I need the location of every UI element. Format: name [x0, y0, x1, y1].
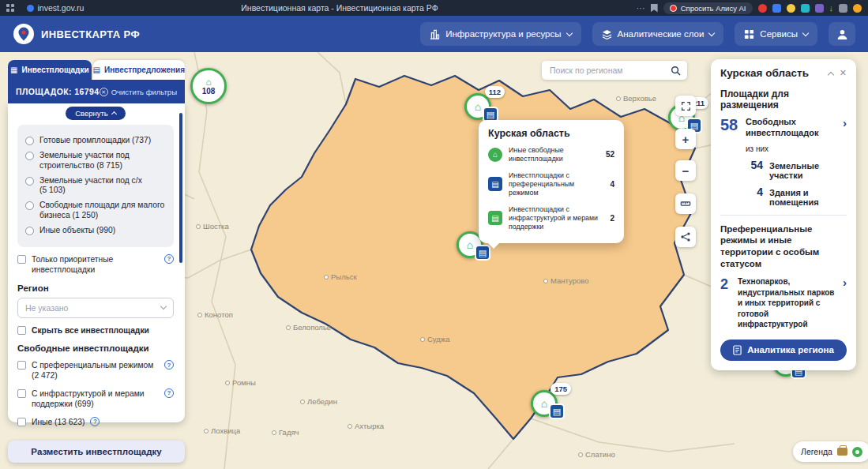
clear-filters-button[interactable]: ✕ Очистить фильтры [100, 88, 177, 96]
free-sites-stat[interactable]: 58 Свободных инвестплощадок › [720, 117, 847, 139]
radio-icon[interactable] [25, 152, 34, 160]
radio-icon[interactable] [25, 227, 34, 235]
checkbox-label: Иные (13 623) [32, 417, 85, 427]
radio-icon[interactable] [25, 177, 34, 186]
region-select[interactable]: Не указано [17, 298, 174, 318]
share-button[interactable] [675, 227, 696, 247]
chevron-down-icon [566, 29, 572, 36]
chevron-right-icon: › [843, 117, 847, 129]
zoom-in-button[interactable]: + [675, 129, 696, 149]
collapse-label: Свернуть [75, 109, 108, 118]
scrollbar-thumb[interactable] [179, 113, 182, 263]
extension-icon[interactable] [815, 4, 824, 13]
infrastructure-support-checkbox[interactable]: С инфраструктурой и мерами поддержки (69… [17, 388, 174, 410]
collapse-button[interactable]: Свернуть [66, 107, 126, 120]
tab-label: Инвестпредложения [104, 66, 185, 74]
info-icon[interactable]: ? [164, 360, 174, 370]
zoom-out-button[interactable]: − [675, 160, 696, 181]
popup-row[interactable]: ▤ Инвестплощадки с преференциальным режи… [488, 167, 614, 201]
download-icon[interactable]: ↓ [829, 4, 834, 13]
profile-avatar[interactable] [853, 4, 862, 13]
checkbox-label: С преференциальным режимом (2 472) [32, 360, 159, 381]
priority-checkbox[interactable]: Только приоритетные инвестплощадки ? [17, 254, 174, 276]
building-icon: ▤ [488, 177, 502, 191]
checkbox-icon[interactable] [17, 418, 26, 426]
puzzle-icon[interactable] [839, 4, 847, 13]
other-sites-checkbox[interactable]: Иные (13 623) ? [17, 417, 174, 427]
radio-label: Земельные участки под с/х (5 103) [39, 176, 166, 197]
close-icon[interactable]: ✕ [840, 69, 847, 77]
extension-icon[interactable] [758, 4, 767, 13]
place-label: Белополье [286, 323, 331, 332]
plus-icon: + [682, 133, 690, 145]
alice-button[interactable]: Спросить Алису AI [663, 2, 753, 14]
pref-stat[interactable]: 2 Технопарков, индустриальных парков и и… [720, 276, 847, 330]
info-icon[interactable]: ? [164, 388, 174, 398]
site-favicon [27, 5, 34, 12]
browser-tab-title[interactable]: Инвестиционная карта - Инвестиционная ка… [241, 3, 438, 13]
hide-all-checkbox[interactable]: Скрыть все инвестплощадки [17, 325, 174, 336]
map-cluster-marker[interactable]: ⌂ ▤ 175 [531, 390, 558, 417]
radio-option[interactable]: Земельные участки под с/х (5 103) [25, 176, 166, 197]
radio-option[interactable]: Свободные площади для малого бизнеса (1 … [25, 201, 166, 221]
green-marker-icon [852, 447, 862, 457]
profile-button[interactable] [829, 22, 855, 46]
factory-icon: ⌂ [488, 148, 502, 162]
popup-row-label: Инвестплощадки с преференциальным режимо… [509, 171, 603, 197]
popup-row-label: Иные свободные инвестплощадки [509, 146, 599, 163]
bookmark-icon[interactable] [651, 4, 658, 13]
legend-button[interactable]: Легенда [793, 441, 868, 462]
checkbox-icon[interactable] [17, 326, 26, 335]
logo[interactable]: ИНВЕСТКАРТА РФ [13, 23, 140, 45]
popup-row[interactable]: ▤ Инвестплощадки с инфраструктурой и мер… [488, 201, 614, 235]
extension-icon[interactable] [801, 4, 810, 13]
radio-icon[interactable] [25, 137, 34, 145]
place-investsite-button[interactable]: Разместить инвестплощадку [8, 441, 185, 463]
extension-icon[interactable] [772, 4, 781, 13]
tab-invest-sites[interactable]: ▦ Инвестплощадки [8, 60, 92, 80]
app-header: ИНВЕСТКАРТА РФ Инфраструктура и ресурсы … [0, 16, 868, 52]
more-icon[interactable]: ⋯ [637, 4, 645, 13]
url-text: invest.gov.ru [38, 3, 85, 13]
nav-infrastructure[interactable]: Инфраструктура и ресурсы [420, 22, 581, 46]
popup-row[interactable]: ⌂ Иные свободные инвестплощадки 52 [488, 142, 614, 167]
radio-option[interactable]: Земельные участки под строительство (8 7… [25, 151, 166, 171]
nav-services[interactable]: Сервисы [735, 22, 817, 46]
checkbox-icon[interactable] [17, 389, 26, 398]
chevron-up-icon [111, 111, 117, 117]
map-cluster-marker[interactable]: ⌂ ▤ 112 [464, 93, 491, 120]
info-icon[interactable]: ? [90, 417, 100, 426]
radio-label: Иные объекты (990) [39, 226, 115, 236]
checkbox-icon[interactable] [17, 361, 26, 370]
radio-icon[interactable] [25, 201, 34, 210]
buildings-stat: 4 Здания и помещения [747, 186, 847, 207]
collapse-panel-icon[interactable] [828, 71, 834, 77]
region-search-input[interactable] [548, 65, 671, 76]
checkbox-icon[interactable] [17, 255, 26, 264]
extension-icon[interactable] [787, 4, 795, 13]
nav-label: Аналитические слои [618, 29, 705, 39]
place-label: Шостка [196, 222, 229, 231]
region-analytics-button[interactable]: Аналитика региона [720, 340, 847, 361]
radio-option[interactable]: Готовые промплощадки (737) [25, 136, 166, 146]
briefcase-icon [837, 448, 847, 456]
browser-bar: invest.gov.ru Инвестиционная карта - Инв… [0, 0, 868, 16]
browser-tab-url[interactable]: invest.gov.ru [22, 3, 89, 13]
info-icon[interactable]: ? [164, 254, 174, 264]
free-sites-value: 58 [720, 117, 739, 133]
radio-option[interactable]: Иные объекты (990) [25, 226, 166, 236]
pref-regime-checkbox[interactable]: С преференциальным режимом (2 472) ? [17, 360, 174, 381]
checkbox-label: С инфраструктурой и мерами поддержки (69… [32, 388, 159, 410]
nav-analytic-layers[interactable]: Аналитические слои [592, 22, 724, 46]
pref-label: Технопарков, индустриальных парков и ины… [738, 276, 836, 330]
map-cluster-marker[interactable]: ⌂ 108 [190, 68, 227, 104]
sidebar-tabs: ▦ Инвестплощадки ▤ Инвестпредложения [8, 60, 185, 80]
chevron-down-icon [708, 29, 715, 36]
measure-button[interactable] [675, 193, 696, 214]
search-icon[interactable] [671, 66, 681, 76]
tab-invest-offers[interactable]: ▤ Инвестпредложения [93, 60, 185, 80]
factory-icon: ⌂ [467, 238, 473, 251]
of-them-label: из них [746, 144, 847, 153]
tabs-grid-icon[interactable] [6, 4, 14, 12]
fullscreen-button[interactable] [675, 96, 696, 116]
